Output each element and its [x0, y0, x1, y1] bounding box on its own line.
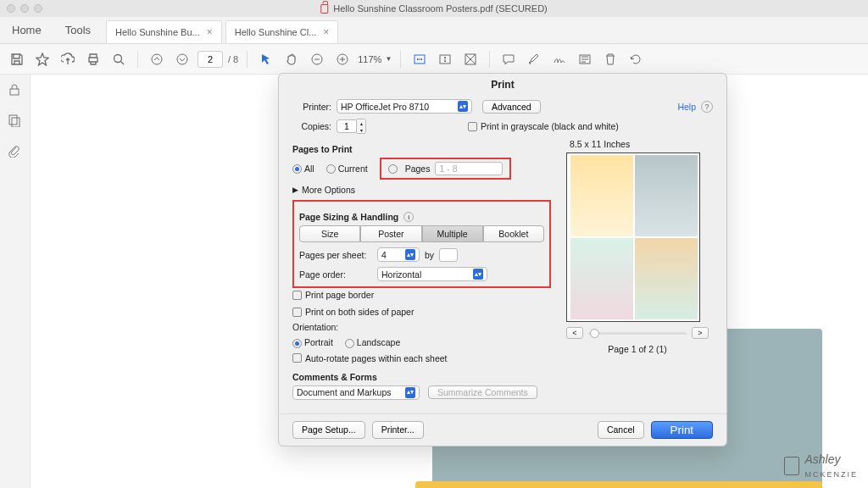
page-down-icon[interactable] [172, 49, 192, 69]
close-window-icon[interactable] [7, 4, 15, 13]
close-tab-icon[interactable]: × [323, 26, 329, 38]
autorotate-label: Auto-rotate pages within each sheet [305, 353, 448, 363]
home-button[interactable]: Home [0, 17, 53, 43]
app-nav: Home Tools Hello Sunshine Bu... × Hello … [0, 17, 868, 44]
page-order-select[interactable]: Horizontal▴▾ [377, 267, 487, 281]
stamp-icon[interactable] [575, 49, 595, 69]
print-icon[interactable] [83, 49, 103, 69]
info-icon[interactable]: i [403, 212, 414, 222]
refresh-icon[interactable] [626, 49, 646, 69]
page-count: / 8 [228, 54, 238, 64]
printer-button[interactable]: Printer... [372, 421, 424, 439]
close-tab-icon[interactable]: × [207, 26, 213, 38]
print-dialog: Print Printer: HP OfficeJet Pro 8710 ▴▾ … [278, 73, 727, 446]
summarize-button: Summarize Comments [428, 385, 537, 399]
comment-icon[interactable] [498, 49, 519, 69]
document-tab-2[interactable]: Hello Sunshine Cl... × [225, 20, 339, 43]
fit-width-icon[interactable] [409, 49, 430, 69]
read-mode-icon[interactable] [460, 49, 481, 69]
lock-icon [320, 4, 328, 14]
pages-to-print-title: Pages to Print [292, 144, 551, 154]
thumbnails-icon[interactable] [8, 114, 23, 129]
copies-label: Copies: [292, 121, 337, 131]
pan-tool-icon[interactable] [281, 49, 302, 69]
help-icon[interactable]: ? [701, 101, 713, 113]
svg-rect-9 [10, 89, 19, 95]
copies-stepper[interactable]: ▴▾ [337, 119, 366, 134]
select-tool-icon[interactable] [256, 49, 276, 69]
preview-box [566, 152, 700, 322]
preview-page-info: Page 1 of 2 (1) [566, 344, 709, 354]
landscape-radio[interactable] [345, 339, 354, 348]
minimize-window-icon[interactable] [20, 4, 29, 13]
cancel-button[interactable]: Cancel [598, 421, 644, 439]
print-button[interactable]: Print [651, 421, 713, 439]
page-border-checkbox[interactable] [292, 291, 302, 300]
star-icon[interactable] [32, 49, 53, 69]
print-preview: 8.5 x 11 Inches < > Page 1 of 2 (1) [566, 139, 709, 405]
svg-point-1 [152, 54, 162, 64]
attachment-icon[interactable] [8, 144, 23, 159]
order-label: Page order: [299, 269, 372, 280]
comments-select[interactable]: Document and Markups▴▾ [292, 385, 420, 400]
page-setup-button[interactable]: Page Setup... [292, 421, 365, 439]
tab-label: Hello Sunshine Bu... [115, 27, 200, 37]
pages-per-sheet-select[interactable]: 4▴▾ [377, 247, 420, 262]
delete-icon[interactable] [600, 49, 620, 69]
pages-radio[interactable] [388, 164, 398, 174]
mac-traffic-lights [7, 4, 42, 13]
duplex-label: Print on both sides of paper [305, 307, 414, 317]
grayscale-label: Print in grayscale (black and white) [481, 121, 619, 131]
preview-next-button[interactable]: > [692, 327, 709, 339]
watermark: Ashley MCKENZIE [784, 452, 858, 480]
fit-page-icon[interactable] [435, 49, 455, 69]
all-radio[interactable] [292, 164, 302, 174]
page-number-input[interactable] [198, 51, 223, 68]
current-radio[interactable] [326, 164, 336, 174]
svg-rect-11 [12, 118, 19, 127]
window-title: Hello Sunshine Classroom Posters.pdf (SE… [333, 3, 547, 14]
seg-multiple[interactable]: Multiple [422, 225, 483, 242]
by-input[interactable] [439, 248, 458, 262]
left-sidebar [0, 75, 31, 488]
page-border-label: Print page border [305, 290, 374, 300]
window-titlebar: Hello Sunshine Classroom Posters.pdf (SE… [0, 0, 868, 17]
seg-poster[interactable]: Poster [360, 225, 421, 242]
svg-rect-10 [9, 115, 17, 125]
disclosure-icon[interactable]: ▶ [292, 186, 298, 194]
seg-size[interactable]: Size [299, 225, 360, 242]
printer-label: Printer: [292, 102, 337, 112]
help-link[interactable]: Help [677, 102, 696, 112]
tab-label: Hello Sunshine Cl... [235, 27, 317, 37]
portrait-radio[interactable] [292, 339, 302, 348]
seg-booklet[interactable]: Booklet [483, 225, 544, 242]
page-up-icon[interactable] [147, 49, 167, 69]
svg-point-2 [177, 54, 187, 64]
grayscale-checkbox[interactable] [468, 122, 477, 131]
more-options[interactable]: More Options [302, 185, 355, 195]
sizing-segmented-control: Size Poster Multiple Booklet [299, 225, 544, 242]
sign-icon[interactable] [549, 49, 570, 69]
comments-title: Comments & Forms [292, 372, 551, 382]
save-icon[interactable] [7, 49, 27, 69]
lock-icon[interactable] [8, 83, 23, 98]
zoom-in-icon[interactable] [332, 49, 353, 69]
preview-dimensions: 8.5 x 11 Inches [566, 139, 709, 149]
highlight-icon[interactable] [524, 49, 544, 69]
document-tab-1[interactable]: Hello Sunshine Bu... × [106, 20, 222, 43]
preview-prev-button[interactable]: < [566, 327, 583, 339]
page-range-input[interactable] [435, 162, 503, 175]
search-icon[interactable] [108, 49, 129, 69]
zoom-out-icon[interactable] [307, 49, 327, 69]
duplex-checkbox[interactable] [292, 308, 302, 317]
preview-slider[interactable] [588, 332, 687, 335]
zoom-select[interactable]: 117%▼ [358, 54, 392, 64]
sizing-title: Page Sizing & Handling [299, 212, 398, 222]
tools-button[interactable]: Tools [53, 17, 103, 43]
zoom-window-icon[interactable] [34, 4, 42, 13]
upload-icon[interactable] [58, 49, 78, 69]
advanced-button[interactable]: Advanced [482, 100, 541, 114]
autorotate-checkbox[interactable] [292, 353, 302, 363]
printer-select[interactable]: HP OfficeJet Pro 8710 ▴▾ [337, 99, 472, 114]
dialog-title: Print [279, 74, 726, 96]
